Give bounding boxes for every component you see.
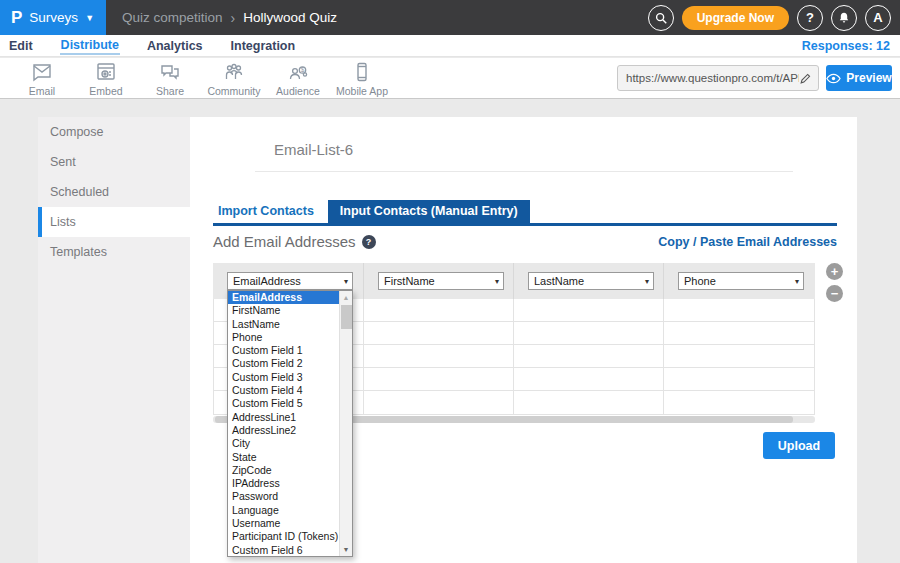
search-button[interactable] (648, 5, 674, 31)
tool-mobile-app[interactable]: Mobile App (330, 60, 394, 97)
entry-cell[interactable] (363, 299, 513, 321)
dropdown-option-custom-field-1[interactable]: Custom Field 1 (228, 344, 339, 357)
breadcrumb-parent[interactable]: Quiz competition (122, 10, 223, 25)
dropdown-option-emailaddress[interactable]: EmailAddress (228, 291, 339, 304)
entry-cell[interactable] (363, 345, 513, 367)
column-select-firstname[interactable]: FirstName ▾ (378, 272, 504, 290)
chevron-down-icon: ▾ (795, 277, 799, 286)
sidebar-item-lists[interactable]: Lists (38, 207, 190, 237)
dropdown-option-participant-id[interactable]: Participant ID (Tokens) (228, 530, 339, 543)
entry-cell[interactable] (363, 391, 513, 414)
tool-embed[interactable]: Embed (74, 60, 138, 97)
tool-share[interactable]: Share (138, 60, 202, 97)
tool-community[interactable]: Community (202, 60, 266, 97)
dropdown-option-lastname[interactable]: LastName (228, 318, 339, 331)
page-title: Email-List-6 (274, 141, 353, 158)
email-icon (30, 60, 54, 84)
help-button[interactable]: ? (797, 5, 823, 31)
dropdown-option-zipcode[interactable]: ZipCode (228, 464, 339, 477)
copy-paste-link[interactable]: Copy / Paste Email Addresses (658, 235, 837, 249)
entry-cell[interactable] (363, 368, 513, 390)
nav-item-distribute[interactable]: Distribute (60, 36, 120, 55)
tool-audience[interactable]: $ Audience (266, 60, 330, 97)
notifications-button[interactable] (831, 5, 857, 31)
breadcrumb-current: Hollywood Quiz (243, 10, 337, 25)
questionpro-logo-icon: P (11, 8, 22, 28)
chevron-down-icon: ▾ (645, 277, 649, 286)
preview-button[interactable]: Preview (826, 65, 892, 91)
sidebar-item-sent[interactable]: Sent (38, 147, 190, 177)
surveys-menu[interactable]: P Surveys ▼ (0, 0, 106, 35)
sidebar-item-compose[interactable]: Compose (38, 117, 190, 147)
dropdown-scrollbar[interactable]: ▲ ▼ (339, 291, 352, 556)
add-row-button[interactable]: + (826, 263, 843, 280)
dropdown-option-phone[interactable]: Phone (228, 331, 339, 344)
dropdown-option-custom-field-6[interactable]: Custom Field 6 (228, 544, 339, 557)
add-email-section: Add Email Addresses ? Copy / Paste Email… (213, 233, 837, 250)
tab-input-contacts-manual[interactable]: Input Contacts (Manual Entry) (328, 200, 530, 223)
help-icon[interactable]: ? (362, 235, 376, 249)
entry-cell[interactable] (663, 299, 814, 321)
dropdown-option-state[interactable]: State (228, 451, 339, 464)
dropdown-options: EmailAddress FirstName LastName Phone Cu… (228, 291, 339, 556)
chevron-down-icon: ▼ (85, 13, 94, 23)
edit-url-button[interactable] (799, 72, 812, 85)
embed-icon (94, 60, 118, 84)
tool-email[interactable]: Email (10, 60, 74, 97)
tab-import-contacts[interactable]: Import Contacts (213, 200, 328, 223)
dropdown-option-custom-field-2[interactable]: Custom Field 2 (228, 357, 339, 370)
scroll-down-icon[interactable]: ▼ (340, 543, 352, 556)
svg-text:$: $ (301, 66, 305, 73)
entry-cell[interactable] (663, 345, 814, 367)
eye-icon (826, 73, 841, 84)
nav-item-edit[interactable]: Edit (8, 37, 34, 54)
dropdown-option-firstname[interactable]: FirstName (228, 304, 339, 317)
entry-cell[interactable] (513, 322, 663, 344)
top-bar: P Surveys ▼ Quiz competition › Hollywood… (0, 0, 900, 35)
dropdown-option-custom-field-4[interactable]: Custom Field 4 (228, 384, 339, 397)
column-select-email[interactable]: EmailAddress ▾ (227, 272, 353, 290)
dropdown-option-language[interactable]: Language (228, 504, 339, 517)
survey-url-group: https://www.questionpro.com/t/APNrFZ Pre… (617, 65, 900, 91)
dropdown-option-ipaddress[interactable]: IPAddress (228, 477, 339, 490)
dropdown-option-custom-field-3[interactable]: Custom Field 3 (228, 371, 339, 384)
survey-nav: Edit Distribute Analytics Integration Re… (0, 35, 900, 57)
dropdown-scroll-thumb[interactable] (341, 305, 352, 329)
sidebar-item-scheduled[interactable]: Scheduled (38, 177, 190, 207)
dropdown-option-username[interactable]: Username (228, 517, 339, 530)
entry-cell[interactable] (513, 299, 663, 321)
mobile-app-icon (350, 60, 374, 84)
bell-icon (837, 11, 851, 25)
nav-item-integration[interactable]: Integration (230, 37, 297, 54)
product-name: Surveys (29, 10, 78, 25)
chevron-down-icon: ▾ (495, 277, 499, 286)
entry-cell[interactable] (663, 368, 814, 390)
responses-count[interactable]: Responses: 12 (802, 39, 890, 53)
question-mark-icon: ? (806, 10, 814, 25)
entry-cell[interactable] (513, 368, 663, 390)
entry-cell[interactable] (663, 391, 814, 414)
scroll-up-icon[interactable]: ▲ (340, 291, 352, 304)
nav-item-analytics[interactable]: Analytics (146, 37, 204, 54)
breadcrumb-separator-icon: › (231, 10, 236, 26)
entry-cell[interactable] (513, 391, 663, 414)
column-select-phone[interactable]: Phone ▾ (678, 272, 804, 290)
dropdown-option-addressline1[interactable]: AddressLine1 (228, 411, 339, 424)
title-divider (255, 171, 793, 172)
remove-row-button[interactable]: − (826, 285, 843, 302)
survey-url-field[interactable]: https://www.questionpro.com/t/APNrFZ (617, 65, 819, 91)
entry-cell[interactable] (663, 322, 814, 344)
column-select-lastname[interactable]: LastName ▾ (528, 272, 654, 290)
pencil-icon (799, 72, 812, 85)
entry-cell[interactable] (513, 345, 663, 367)
dropdown-option-city[interactable]: City (228, 437, 339, 450)
sidebar-item-templates[interactable]: Templates (38, 237, 190, 267)
dropdown-option-password[interactable]: Password (228, 490, 339, 503)
dropdown-option-addressline2[interactable]: AddressLine2 (228, 424, 339, 437)
topbar-actions: Upgrade Now ? A (648, 5, 900, 31)
account-button[interactable]: A (865, 5, 891, 31)
upgrade-now-button[interactable]: Upgrade Now (682, 6, 789, 30)
dropdown-option-custom-field-5[interactable]: Custom Field 5 (228, 397, 339, 410)
entry-cell[interactable] (363, 322, 513, 344)
upload-button[interactable]: Upload (763, 432, 835, 459)
